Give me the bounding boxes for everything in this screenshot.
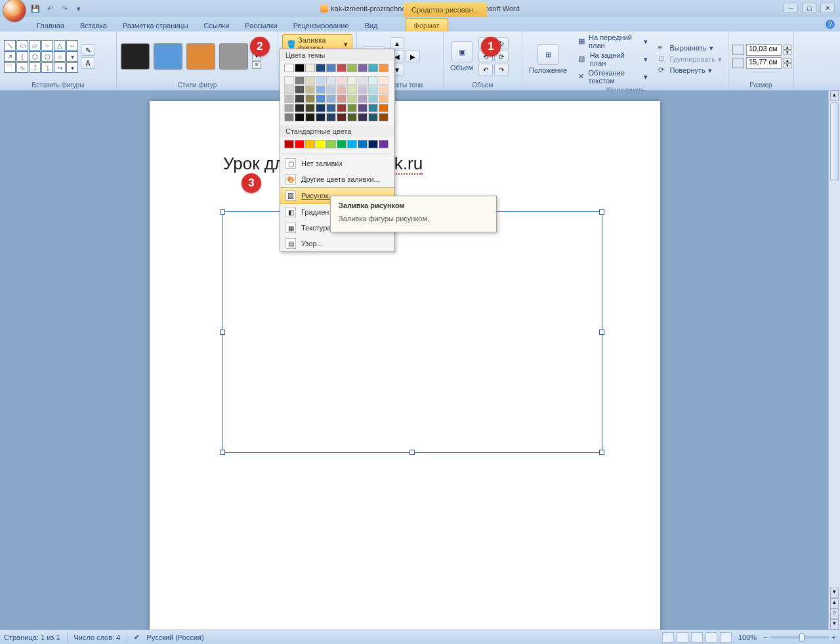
- color-swatch[interactable]: [316, 140, 326, 148]
- spin-down-icon[interactable]: ▾: [784, 50, 791, 55]
- color-swatch[interactable]: [284, 113, 294, 121]
- color-swatch[interactable]: [368, 113, 378, 121]
- color-swatch[interactable]: [337, 140, 346, 148]
- color-swatch[interactable]: [347, 85, 357, 94]
- color-swatch[interactable]: [316, 76, 326, 85]
- resize-handle[interactable]: [410, 450, 415, 455]
- color-swatch[interactable]: [368, 64, 378, 72]
- color-swatch[interactable]: [337, 85, 346, 94]
- resize-handle[interactable]: [220, 330, 225, 335]
- color-swatch[interactable]: [284, 140, 294, 148]
- zoom-in-button[interactable]: +: [832, 633, 836, 641]
- height-value[interactable]: 10,03 см: [746, 44, 782, 56]
- spin-down-icon[interactable]: ▾: [784, 63, 791, 68]
- standard-color-row[interactable]: [280, 137, 394, 152]
- color-swatch[interactable]: [295, 113, 304, 121]
- qat-dropdown-icon[interactable]: ▾: [74, 3, 84, 14]
- color-swatch[interactable]: [305, 64, 315, 72]
- pattern-item[interactable]: ▤Узор...: [280, 236, 394, 251]
- color-swatch[interactable]: [326, 95, 336, 103]
- color-swatch[interactable]: [337, 95, 346, 103]
- position-button[interactable]: ⊞Положение: [526, 43, 570, 75]
- color-swatch[interactable]: [368, 104, 378, 112]
- page-indicator[interactable]: Страница: 1 из 1: [4, 633, 60, 641]
- color-swatch[interactable]: [316, 64, 326, 72]
- slider-thumb[interactable]: [799, 633, 805, 641]
- color-swatch[interactable]: [347, 64, 357, 72]
- view-web-icon[interactable]: [691, 632, 703, 643]
- color-swatch[interactable]: [358, 104, 368, 112]
- color-swatch[interactable]: [326, 140, 336, 148]
- color-swatch[interactable]: [295, 95, 304, 103]
- color-swatch[interactable]: [368, 95, 378, 103]
- theme-color-row[interactable]: [280, 61, 394, 75]
- proofing-icon[interactable]: ✔: [134, 633, 140, 641]
- color-swatch[interactable]: [358, 140, 368, 148]
- color-swatch[interactable]: [326, 104, 336, 112]
- resize-handle[interactable]: [599, 209, 604, 215]
- color-swatch[interactable]: [358, 113, 368, 121]
- color-swatch[interactable]: [295, 76, 304, 85]
- color-swatch[interactable]: [305, 95, 315, 103]
- view-print-layout-icon[interactable]: [662, 632, 674, 643]
- browse-prev-icon[interactable]: ▴: [830, 598, 839, 609]
- tab-review[interactable]: Рецензирование: [285, 19, 357, 32]
- spin-up-icon[interactable]: ▴: [784, 58, 791, 63]
- height-field[interactable]: 10,03 см▴▾: [732, 44, 791, 56]
- color-swatch[interactable]: [368, 76, 378, 85]
- tilt-icon[interactable]: ↷: [494, 64, 509, 75]
- color-swatch[interactable]: [316, 104, 326, 112]
- style-swatch[interactable]: [219, 43, 248, 70]
- tab-home[interactable]: Главная: [29, 19, 72, 32]
- scroll-up-icon[interactable]: ▴: [830, 91, 839, 101]
- color-swatch[interactable]: [305, 85, 315, 94]
- nudge-up-icon[interactable]: ▲: [390, 37, 404, 49]
- color-swatch[interactable]: [358, 85, 368, 94]
- send-back-button[interactable]: ▧На задний план ▾: [576, 51, 649, 68]
- no-fill-item[interactable]: ▢Нет заливки: [280, 156, 394, 171]
- color-swatch[interactable]: [284, 64, 294, 72]
- document-area[interactable]: Урок длXXXXXXXXpok.ru: [0, 91, 840, 630]
- zoom-out-button[interactable]: −: [763, 633, 767, 641]
- language-indicator[interactable]: Русский (Россия): [146, 633, 203, 641]
- bring-front-button[interactable]: ▦На передний план ▾: [576, 33, 649, 50]
- color-swatch[interactable]: [347, 104, 357, 112]
- color-swatch[interactable]: [379, 64, 388, 72]
- color-swatch[interactable]: [347, 95, 357, 103]
- more-colors-item[interactable]: 🎨Другие цвета заливки...: [280, 171, 394, 187]
- resize-handle[interactable]: [220, 450, 225, 455]
- color-swatch[interactable]: [368, 140, 378, 148]
- minimize-button[interactable]: ─: [784, 3, 798, 13]
- spin-up-icon[interactable]: ▴: [784, 45, 791, 50]
- scroll-thumb[interactable]: [830, 102, 839, 181]
- color-swatch[interactable]: [358, 95, 368, 103]
- color-swatch[interactable]: [337, 113, 346, 121]
- width-field[interactable]: 15,77 см▴▾: [732, 57, 791, 69]
- zoom-slider[interactable]: [770, 636, 830, 639]
- color-swatch[interactable]: [347, 140, 357, 148]
- color-swatch[interactable]: [326, 85, 336, 94]
- color-swatch[interactable]: [347, 76, 357, 85]
- color-swatch[interactable]: [358, 64, 368, 72]
- color-swatch[interactable]: [284, 104, 294, 112]
- color-swatch[interactable]: [337, 104, 346, 112]
- selected-shape[interactable]: [222, 211, 602, 453]
- textbox-button[interactable]: A: [81, 57, 95, 69]
- rotate-button[interactable]: ⟳Повернуть ▾: [656, 65, 724, 75]
- page[interactable]: Урок длXXXXXXXXpok.ru: [150, 101, 660, 630]
- style-swatch[interactable]: [121, 43, 150, 70]
- 3d-button[interactable]: ▣Объем: [448, 40, 476, 73]
- shapes-gallery[interactable]: ＼▭▱○△↔ ↗{⬡⬠☆▾ ﹋∿⤴⤵↪▾: [4, 40, 78, 73]
- scroll-down-icon[interactable]: ▾: [830, 588, 839, 598]
- close-button[interactable]: ✕: [820, 3, 835, 13]
- group-button[interactable]: ⊡Группировать ▾: [656, 54, 724, 64]
- view-outline-icon[interactable]: [705, 632, 717, 643]
- tab-mailings[interactable]: Рассылки: [237, 19, 285, 32]
- color-swatch[interactable]: [326, 76, 336, 85]
- color-swatch[interactable]: [326, 113, 336, 121]
- color-swatch[interactable]: [337, 76, 346, 85]
- style-gallery[interactable]: ▴▾≡: [121, 43, 261, 70]
- view-reading-icon[interactable]: [677, 632, 688, 643]
- color-swatch[interactable]: [347, 113, 357, 121]
- vertical-scrollbar[interactable]: ▴ ▾ ▴ ○ ▾: [828, 91, 840, 630]
